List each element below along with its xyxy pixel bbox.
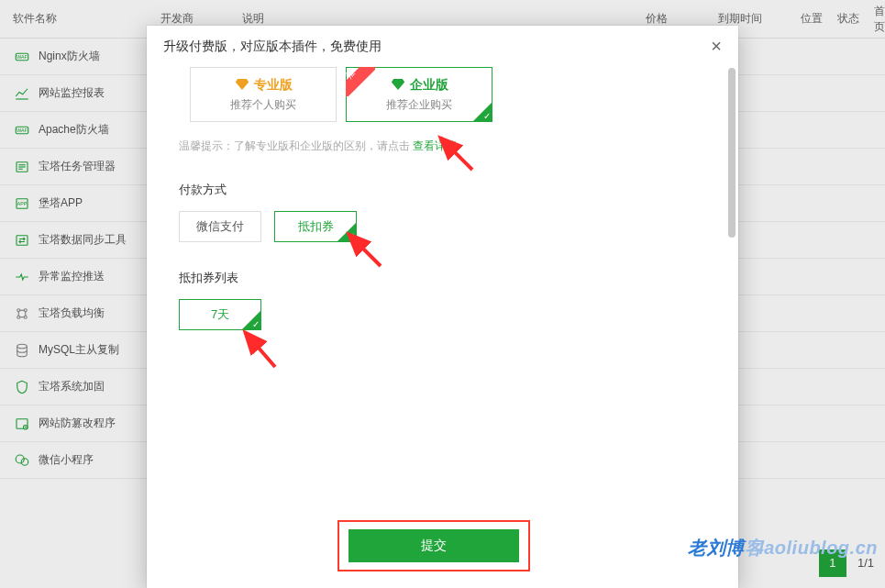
plan-ent-title: 企业版 bbox=[391, 77, 448, 94]
diamond-icon bbox=[391, 78, 405, 93]
plan-enterprise[interactable]: 推 企业版 推荐企业购买 bbox=[346, 67, 492, 122]
plan-pro-sub: 推荐个人购买 bbox=[230, 97, 296, 113]
diamond-icon bbox=[235, 78, 249, 93]
watermark: 老刘博客laoliublog.cn bbox=[688, 536, 878, 560]
scrollbar-thumb[interactable] bbox=[728, 68, 736, 238]
plan-row: 专业版 推荐个人购买 推 企业版 推荐企业购买 bbox=[190, 67, 706, 122]
plan-pro[interactable]: 专业版 推荐个人购买 bbox=[190, 67, 337, 122]
check-icon bbox=[242, 311, 260, 329]
check-icon bbox=[473, 103, 492, 121]
submit-highlight: 提交 bbox=[337, 520, 530, 571]
check-icon bbox=[337, 223, 356, 241]
modal-body: 专业版 推荐个人购买 推 企业版 推荐企业购买 温馨提示：了解专业版和企业版的区… bbox=[147, 67, 738, 526]
payment-label: 付款方式 bbox=[179, 182, 706, 198]
coupon-label: 抵扣券列表 bbox=[179, 270, 706, 286]
submit-button[interactable]: 提交 bbox=[348, 529, 519, 562]
modal-header: 升级付费版，对应版本插件，免费使用 × bbox=[147, 26, 738, 67]
coupon-7day[interactable]: 7天 bbox=[179, 299, 261, 330]
modal-title: 升级付费版，对应版本插件，免费使用 bbox=[163, 39, 382, 55]
plan-pro-title: 专业版 bbox=[235, 77, 293, 94]
payment-options: 微信支付 抵扣券 bbox=[179, 211, 706, 242]
pay-wechat[interactable]: 微信支付 bbox=[179, 211, 261, 242]
upgrade-modal: 升级付费版，对应版本插件，免费使用 × 专业版 推荐个人购买 推 企业版 推荐企… bbox=[147, 26, 738, 588]
view-detail-link[interactable]: 查看详情 bbox=[413, 139, 457, 152]
pay-coupon[interactable]: 抵扣券 bbox=[274, 211, 357, 242]
coupon-options: 7天 bbox=[179, 299, 706, 330]
hint-text: 温馨提示：了解专业版和企业版的区别，请点击 查看详情 bbox=[179, 139, 706, 154]
plan-ent-sub: 推荐企业购买 bbox=[386, 97, 452, 113]
recommend-ribbon: 推 bbox=[346, 67, 375, 96]
close-icon[interactable]: × bbox=[711, 36, 722, 57]
